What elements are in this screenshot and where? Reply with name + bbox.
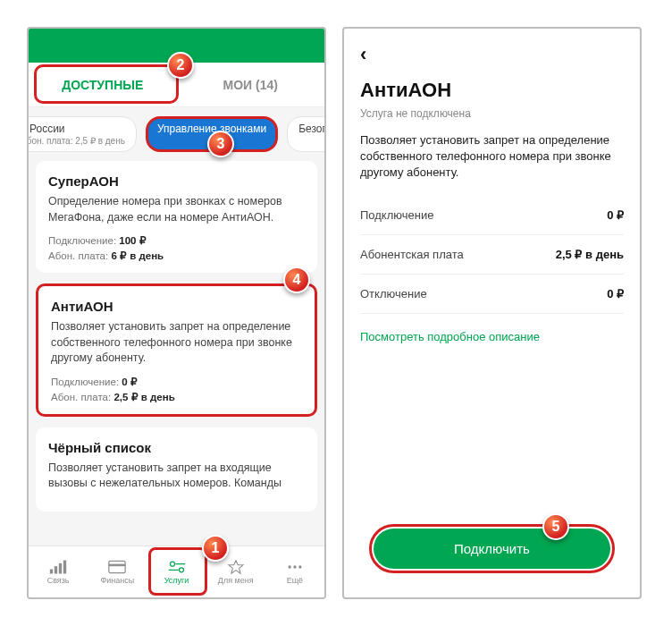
- screen-service-detail: ‹ АнтиАОН Услуга не подключена Позволяет…: [342, 27, 642, 599]
- card-icon: [108, 560, 126, 574]
- service-description: Позволяет установить запрет на определен…: [360, 132, 624, 182]
- details-link[interactable]: Посмотреть подробное описание: [360, 330, 624, 343]
- nav-more[interactable]: Ещё: [265, 546, 324, 597]
- nav-label: Услуги: [164, 576, 189, 585]
- nav-label: Ещё: [287, 576, 303, 585]
- card-title: СуперАОН: [48, 173, 305, 189]
- service-status: Услуга не подключена: [360, 107, 624, 120]
- price-value: 0 ₽: [607, 287, 624, 300]
- chip-security[interactable]: Безопас: [287, 116, 324, 152]
- card-fee: Абон. плата: 2,5 ₽ в день: [51, 391, 302, 403]
- nav-connection[interactable]: Связь: [29, 546, 88, 597]
- card-connection: Подключение: 100 ₽: [48, 234, 305, 247]
- services-list: СуперАОН Определение номера при звонках …: [29, 161, 324, 546]
- price-row-disconnection: Отключение 0 ₽: [360, 275, 624, 314]
- nav-finance[interactable]: Финансы: [88, 546, 147, 597]
- annotation-badge-1: 1: [202, 535, 229, 562]
- star-icon: [227, 560, 245, 574]
- price-value: 0 ₽: [607, 208, 624, 222]
- card-title: Чёрный список: [48, 440, 305, 455]
- chip-russia[interactable]: о России Абон. плата: 2,5 ₽ в день: [29, 116, 137, 152]
- back-button[interactable]: ‹: [360, 43, 624, 66]
- card-fee: Абон. плата: 6 ₽ в день: [48, 250, 305, 262]
- card-desc: Позволяет установить запрет на входящие …: [48, 461, 305, 492]
- svg-rect-3: [63, 560, 66, 573]
- price-row-connection: Подключение 0 ₽: [360, 196, 624, 235]
- annotation-badge-5: 5: [542, 513, 569, 540]
- svg-point-12: [293, 565, 296, 568]
- chip-sublabel: Абон. плата: 2,5 ₽ в день: [29, 136, 125, 146]
- svg-point-13: [298, 565, 301, 568]
- card-desc: Определение номера при звонках с номеров…: [48, 194, 305, 225]
- svg-point-11: [288, 565, 290, 568]
- chip-label: о России: [29, 123, 65, 135]
- sliders-icon: [168, 560, 186, 574]
- card-title: АнтиАОН: [51, 299, 302, 314]
- service-card-superaon[interactable]: СуперАОН Определение номера при звонках …: [36, 161, 317, 273]
- nav-label: Связь: [47, 576, 70, 585]
- svg-rect-2: [59, 563, 62, 573]
- svg-marker-10: [229, 560, 243, 573]
- service-title: АнтиАОН: [360, 79, 624, 102]
- svg-point-6: [170, 562, 174, 566]
- svg-rect-0: [50, 569, 53, 573]
- annotation-badge-3: 3: [207, 131, 234, 157]
- nav-services[interactable]: Услуги: [147, 546, 206, 597]
- price-label: Подключение: [360, 208, 433, 222]
- screen-services-list: ДОСТУПНЫЕ МОИ (14) о России Абон. плата:…: [27, 27, 326, 599]
- card-connection: Подключение: 0 ₽: [51, 376, 302, 388]
- annotation-badge-4: 4: [283, 266, 310, 293]
- price-label: Абонентская плата: [360, 248, 464, 261]
- svg-rect-5: [109, 563, 125, 566]
- service-card-blacklist[interactable]: Чёрный список Позволяет установить запре…: [36, 427, 317, 512]
- annotation-badge-2: 2: [167, 52, 194, 79]
- nav-label: Для меня: [218, 576, 254, 585]
- service-card-antiaon[interactable]: АнтиАОН Позволяет установить запрет на о…: [36, 283, 317, 417]
- signal-icon: [49, 560, 67, 574]
- price-label: Отключение: [360, 287, 427, 300]
- card-desc: Позволяет установить запрет на определен…: [51, 319, 302, 367]
- bottom-nav: Связь Финансы Услуги Для меня Ещё: [29, 546, 324, 597]
- dots-icon: [286, 560, 304, 574]
- price-row-subscription: Абонентская плата 2,5 ₽ в день: [360, 235, 624, 275]
- price-value: 2,5 ₽ в день: [556, 248, 624, 261]
- svg-rect-4: [109, 561, 125, 572]
- connect-button[interactable]: Подключить: [374, 529, 611, 569]
- tab-mine[interactable]: МОИ (14): [177, 63, 325, 106]
- svg-rect-1: [55, 566, 57, 573]
- filter-chips: о России Абон. плата: 2,5 ₽ в день Управ…: [29, 107, 324, 161]
- tab-available[interactable]: ДОСТУПНЫЕ: [29, 63, 177, 106]
- nav-label: Финансы: [100, 576, 134, 585]
- svg-point-8: [179, 567, 183, 571]
